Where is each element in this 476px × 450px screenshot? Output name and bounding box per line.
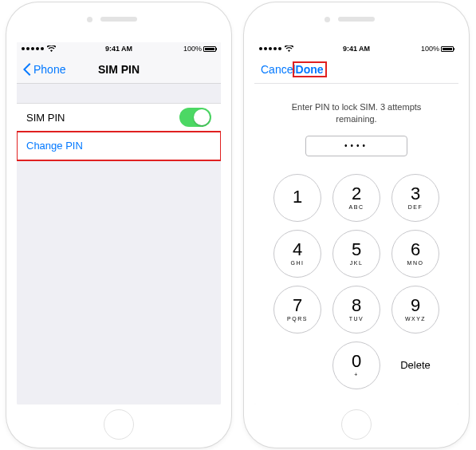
settings-group: SIM PIN Change PIN (17, 103, 221, 160)
signal-dots-icon (22, 47, 44, 50)
sim-pin-toggle[interactable] (179, 108, 211, 127)
signal-dots-icon (259, 47, 281, 50)
keypad-3[interactable]: 3DEF (391, 174, 439, 222)
keypad-delete[interactable]: Delete (391, 341, 439, 389)
pin-prompt: Enter PIN to lock SIM. 3 attempts remain… (289, 101, 424, 126)
camera-dot (87, 17, 92, 22)
battery-indicator: 100% (421, 45, 454, 53)
battery-indicator: 100% (183, 45, 216, 53)
navbar: Cancel Done (254, 55, 458, 84)
screen-right: 9:41 AM 100% Cancel Done Enter PIN to lo… (254, 42, 458, 405)
keypad-8[interactable]: 8TUV (332, 286, 380, 334)
speaker-slot (100, 17, 137, 22)
status-bar: 9:41 AM 100% (254, 42, 458, 55)
page-title: SIM PIN (98, 63, 140, 76)
battery-percent: 100% (421, 45, 439, 53)
screen-left: 9:41 AM 100% Phone SIM PIN SIM PIN Chang… (17, 42, 221, 405)
settings-content: SIM PIN Change PIN (17, 84, 221, 405)
keypad-5[interactable]: 5JKL (332, 230, 380, 278)
keypad-4[interactable]: 4GHI (273, 230, 321, 278)
keypad-2[interactable]: 2ABC (332, 174, 380, 222)
keypad-6[interactable]: 6MNO (391, 230, 439, 278)
done-button[interactable]: Done (294, 63, 325, 76)
status-time: 9:41 AM (105, 45, 132, 53)
home-button[interactable] (341, 409, 372, 440)
phone-right-mockup: 9:41 AM 100% Cancel Done Enter PIN to lo… (244, 2, 469, 448)
chevron-left-icon (23, 63, 31, 76)
keypad: 1 2ABC 3DEF 4GHI 5JKL 6MNO 7PQRS 8TUV 9W… (273, 174, 439, 389)
keypad-9[interactable]: 9WXYZ (391, 286, 439, 334)
battery-percent: 100% (183, 45, 202, 53)
change-pin-label: Change PIN (26, 140, 83, 152)
sim-pin-row[interactable]: SIM PIN (17, 103, 221, 132)
speaker-slot (338, 17, 375, 22)
pin-input-field[interactable]: •••• (305, 136, 407, 156)
home-button[interactable] (104, 409, 134, 440)
keypad-0[interactable]: 0+ (332, 341, 380, 389)
back-button[interactable]: Phone (23, 63, 65, 76)
wifi-icon (47, 45, 56, 52)
change-pin-row[interactable]: Change PIN (17, 132, 221, 160)
wifi-icon (285, 45, 293, 52)
keypad-7[interactable]: 7PQRS (273, 286, 321, 334)
sim-pin-label: SIM PIN (26, 112, 65, 124)
navbar: Phone SIM PIN (17, 55, 221, 84)
phone-left-mockup: 9:41 AM 100% Phone SIM PIN SIM PIN Chang… (6, 2, 231, 448)
back-label: Phone (33, 63, 65, 76)
cancel-button[interactable]: Cancel (261, 63, 296, 76)
camera-dot (325, 17, 330, 22)
pin-entry-content: Enter PIN to lock SIM. 3 attempts remain… (254, 84, 458, 405)
keypad-1[interactable]: 1 (273, 174, 321, 222)
status-time: 9:41 AM (343, 45, 370, 53)
status-bar: 9:41 AM 100% (17, 42, 221, 55)
